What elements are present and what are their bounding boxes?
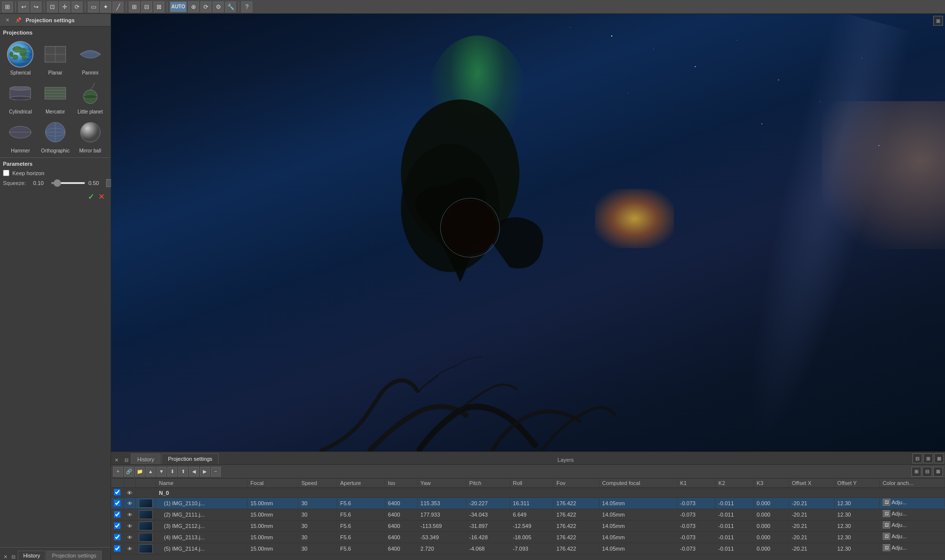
projection-hammer[interactable]: Hammer [4, 116, 37, 154]
table-row[interactable]: 👁 (3) IMG_2112.j... 15.00mm 30 F5.6 6400… [111, 521, 945, 532]
left-panel-float-btn[interactable]: ⊟ [10, 553, 17, 560]
row-checkbox-2[interactable] [114, 523, 120, 529]
table-row[interactable]: 👁 (1) IMG_2110.j... 15.00mm 30 F5.6 6400… [111, 498, 945, 509]
layers-down-btn[interactable]: ▼ [157, 467, 166, 477]
toolbar-tools-btn[interactable]: 🔧 [225, 1, 236, 12]
toolbar-redo-btn[interactable]: ↪ [31, 1, 41, 12]
col-speed-header[interactable]: Speed [298, 479, 337, 488]
projection-pannini[interactable]: Pannini [74, 38, 106, 76]
col-k3-header[interactable]: K3 [753, 479, 788, 488]
table-row[interactable]: 👁 (4) IMG_2113.j... 15.00mm 30 F5.6 6400… [111, 532, 945, 543]
toolbar-point-btn[interactable]: ✦ [100, 1, 111, 12]
panel-dock-btn[interactable]: ⊞ [923, 453, 933, 463]
group-checkbox[interactable] [114, 489, 120, 495]
toolbar-sync-btn[interactable]: ⟳ [200, 1, 211, 12]
row-name-cell: (3) IMG_2112.j... [156, 521, 247, 532]
col-roll-header[interactable]: Roll [510, 479, 553, 488]
col-color-header[interactable]: Color anch... [879, 479, 945, 488]
col-yaw-header[interactable]: Yaw [417, 479, 466, 488]
squeeze-slider[interactable] [51, 182, 85, 184]
layers-up-btn[interactable]: ▲ [146, 467, 156, 477]
panel-close-btn[interactable]: ✕ [4, 17, 11, 24]
canvas-right-controls: ⊞ [933, 16, 943, 26]
projection-cylindrical[interactable]: Cylindrical [4, 77, 37, 115]
row-checkbox-1[interactable] [114, 511, 120, 518]
panel-undock-btn[interactable]: ⊟ [912, 453, 922, 463]
col-iso-header[interactable]: Iso [385, 479, 417, 488]
table-row[interactable]: 👁 (5) IMG_2114.j... 15.00mm 30 F5.6 6400… [111, 543, 945, 555]
col-pitch-header[interactable]: Pitch [466, 479, 510, 488]
toolbar-auto-btn[interactable]: AUTO [170, 1, 187, 12]
row-checkbox-0[interactable] [114, 500, 120, 506]
col-focal-header[interactable]: Focal [247, 479, 298, 488]
layers-folder-btn[interactable]: 📁 [135, 467, 145, 477]
svg-point-14 [10, 86, 31, 90]
bottom-panel-float-btn[interactable]: ⊟ [123, 456, 130, 463]
col-eye-header[interactable] [124, 479, 136, 488]
tab-history-bottom[interactable]: History [131, 453, 160, 464]
toolbar-undo-btn[interactable]: ↩ [18, 1, 29, 12]
col-offset-x-header[interactable]: Offset X [788, 479, 834, 488]
row-checkbox-4[interactable] [114, 545, 120, 552]
table-row[interactable]: 👁 (2) IMG_2111.j... 15.00mm 30 F5.6 6400… [111, 509, 945, 521]
col-aperture-header[interactable]: Aperture [337, 479, 385, 488]
col-k1-header[interactable]: K1 [677, 479, 715, 488]
confirm-button[interactable]: ✓ [88, 192, 94, 201]
projection-mirror-ball[interactable]: Mirror ball [74, 116, 106, 154]
layers-table-container[interactable]: Name Focal Speed Aperture Iso Yaw Pitch … [111, 479, 945, 560]
panel-expand-btn[interactable]: ⊠ [934, 453, 944, 463]
toolbar-rect-btn[interactable]: ▭ [88, 1, 99, 12]
cancel-button[interactable]: ✕ [98, 192, 105, 201]
row-checkbox-3[interactable] [114, 534, 120, 540]
toolbar-horizon-btn[interactable]: ⊟ [141, 1, 152, 12]
col-thumb-header[interactable] [136, 479, 156, 488]
toolbar-help-btn[interactable]: ? [241, 1, 252, 12]
toolbar-move-btn[interactable]: ✛ [59, 1, 70, 12]
layers-right-btn[interactable]: ▶ [200, 467, 210, 477]
table-row-group[interactable]: 👁 N_0 [111, 488, 945, 498]
col-fov-header[interactable]: Fov [553, 479, 599, 488]
projection-little-planet[interactable]: Little planet [74, 77, 106, 115]
tab-history[interactable]: History [18, 551, 45, 560]
col-check-header[interactable] [111, 479, 124, 488]
layers-add-btn[interactable]: + [113, 467, 123, 477]
tab-projection-settings[interactable]: Projection settings [46, 551, 102, 560]
toolbar-app-icon[interactable]: ⊞ [2, 1, 13, 12]
col-name-header[interactable]: Name [156, 479, 247, 488]
toolbar-line-btn[interactable]: ╱ [113, 1, 123, 12]
layers-remove-btn[interactable]: − [211, 467, 221, 477]
row-offset-x-cell: -20.21 [788, 521, 834, 532]
projection-mercator[interactable]: Mercator [39, 77, 71, 115]
row-eye-icon: 👁 [127, 501, 132, 506]
col-k2-header[interactable]: K2 [715, 479, 754, 488]
toolbar-vertical-btn[interactable]: ⊠ [154, 1, 164, 12]
toolbar-stitch-btn[interactable]: ⊕ [188, 1, 199, 12]
canvas-area[interactable]: ⊞ 5.30% ▲ ▼ ⊡ [111, 14, 945, 451]
toolbar-panorama-btn[interactable]: ⊞ [129, 1, 140, 12]
tab-projection-settings-bottom[interactable]: Projection settings [161, 453, 219, 464]
panel-pin-btn[interactable]: 📌 [15, 17, 22, 24]
bottom-panel-close-btn[interactable]: ✕ [113, 456, 120, 463]
layers-view-btn-2[interactable]: ⊟ [922, 467, 932, 477]
projection-orthographic[interactable]: Orthographic [39, 116, 71, 154]
layers-import-btn[interactable]: ⬇ [167, 467, 177, 477]
layers-left-btn[interactable]: ◀ [189, 467, 199, 477]
row-color-icon: 🖼 [883, 510, 890, 517]
projection-planar[interactable]: Planar [39, 38, 71, 76]
layers-view-btn-3[interactable]: ⊠ [933, 467, 943, 477]
col-comp-focal-header[interactable]: Computed focal [599, 479, 677, 488]
toolbar-select-btn[interactable]: ⊡ [47, 1, 58, 12]
layers-view-btn-1[interactable]: ⊞ [911, 467, 921, 477]
canvas-grid-btn[interactable]: ⊞ [933, 16, 943, 26]
projection-spherical[interactable]: Spherical [4, 38, 37, 76]
layers-link-btn[interactable]: 🔗 [124, 467, 134, 477]
toolbar-rotate-btn[interactable]: ⟳ [72, 1, 82, 12]
left-panel-close-btn[interactable]: ✕ [2, 553, 9, 560]
keep-horizon-label[interactable]: Keep horizon [12, 170, 44, 176]
keep-horizon-checkbox[interactable] [3, 170, 9, 176]
toolbar-settings-btn[interactable]: ⚙ [213, 1, 224, 12]
row-k3-cell: 0.000 [753, 498, 788, 509]
layers-export-btn[interactable]: ⬆ [178, 467, 188, 477]
col-offset-y-header[interactable]: Offset Y [834, 479, 879, 488]
row-k1-cell: -0.073 [677, 498, 715, 509]
